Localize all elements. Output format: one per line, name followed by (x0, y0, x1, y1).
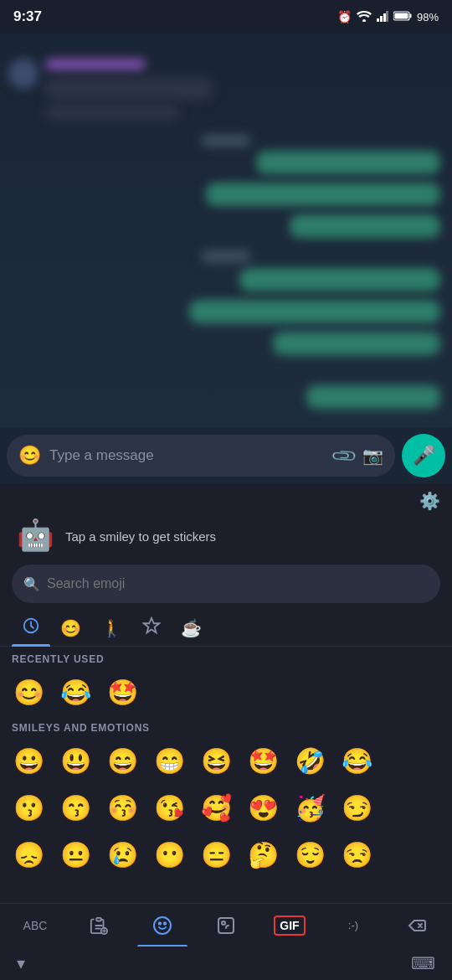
emoji-kiss-4[interactable]: 😘 (146, 786, 193, 829)
sticker-mascot-icon: 🤖 (17, 518, 54, 554)
emoji-think[interactable]: 🤔 (239, 833, 286, 876)
emoji-category-tabs: 😊 🚶 ☕ (0, 611, 452, 647)
bottom-bar: ▾ ⌨ (0, 946, 452, 980)
keyboard-toolbar: ABC GIF :-) (0, 903, 452, 946)
toolbar-emoji[interactable] (131, 904, 194, 947)
smileys-row-2: 😗 😙 😚 😘 🥰 😍 🥳 😏 (0, 784, 452, 831)
svg-rect-2 (380, 16, 383, 22)
search-icon: 🔍 (23, 576, 40, 592)
mic-icon: 🎤 (413, 445, 435, 467)
emoji-love-1[interactable]: 🥰 (193, 786, 239, 829)
sticker-hint-text: Tap a smiley to get stickers (65, 529, 216, 544)
toolbar-kaomoji[interactable]: :-) (321, 904, 385, 947)
toolbar-delete[interactable] (385, 904, 449, 947)
alarm-icon: ⏰ (337, 10, 352, 23)
emoji-smile-5[interactable]: 😆 (193, 739, 239, 782)
emoji-relieved[interactable]: 😌 (286, 833, 333, 876)
emoji-kiss-1[interactable]: 😗 (5, 786, 52, 829)
emoji-search-bar[interactable]: 🔍 (12, 565, 440, 603)
status-bar: 9:37 ⏰ 98% (0, 0, 452, 34)
toolbar-clipboard[interactable] (67, 904, 131, 947)
emoji-smirk[interactable]: 😏 (333, 786, 380, 829)
message-bar: 😊 Type a message 📎 📷 🎤 (0, 427, 452, 484)
emoji-unamused[interactable]: 😒 (333, 833, 380, 876)
emoji-recent-2[interactable]: 😂 (52, 670, 99, 714)
status-time: 9:37 (13, 8, 42, 25)
tab-smileys[interactable]: 😊 (50, 613, 91, 645)
kaomoji-label: :-) (348, 919, 358, 931)
battery-icon (393, 10, 412, 23)
emoji-cry[interactable]: 😢 (99, 833, 146, 876)
emoji-expressionless[interactable]: 😑 (193, 833, 239, 876)
recently-used-row: 😊 😂 🤩 (0, 668, 452, 715)
emoji-kiss-3[interactable]: 😚 (99, 786, 146, 829)
svg-rect-4 (386, 11, 388, 22)
svg-rect-1 (377, 18, 379, 22)
svg-rect-3 (383, 13, 386, 22)
emoji-smile-3[interactable]: 😄 (99, 739, 146, 782)
gif-label: GIF (274, 916, 305, 936)
toolbar-abc[interactable]: ABC (3, 904, 67, 947)
tab-food[interactable]: ☕ (171, 613, 212, 645)
abc-label: ABC (23, 919, 48, 932)
svg-point-12 (154, 917, 171, 934)
attach-icon[interactable]: 📎 (329, 441, 358, 471)
emoji-party[interactable]: 🥳 (286, 786, 333, 829)
status-icons: ⏰ 98% (337, 10, 439, 24)
back-chevron-icon[interactable]: ▾ (17, 953, 25, 973)
emoji-smile-1[interactable]: 😀 (5, 739, 52, 782)
battery-percent: 98% (417, 11, 439, 23)
settings-icon[interactable]: ⚙️ (419, 491, 440, 511)
svg-point-14 (164, 922, 166, 924)
svg-rect-6 (409, 14, 411, 18)
panel-settings-row: ⚙️ (0, 484, 452, 511)
tab-activities[interactable] (132, 611, 171, 646)
emoji-smile-6[interactable]: 🤩 (239, 739, 286, 782)
mic-button[interactable]: 🎤 (402, 434, 445, 477)
emoji-smile-2[interactable]: 😃 (52, 739, 99, 782)
recently-used-label: RECENTLY USED (0, 647, 452, 668)
svg-rect-7 (394, 13, 408, 19)
svg-marker-9 (144, 618, 159, 632)
emoji-search-input[interactable] (47, 576, 429, 591)
sticker-hint: 🤖 Tap a smiley to get stickers (0, 511, 452, 565)
wifi-icon (357, 10, 372, 24)
emoji-neutral[interactable]: 😐 (52, 833, 99, 876)
emoji-kiss-2[interactable]: 😙 (52, 786, 99, 829)
emoji-smile-4[interactable]: 😁 (146, 739, 193, 782)
smileys-row-1: 😀 😃 😄 😁 😆 🤩 🤣 😂 (0, 737, 452, 784)
camera-icon[interactable]: 📷 (362, 446, 383, 466)
svg-point-16 (222, 921, 225, 925)
tab-recent[interactable] (12, 611, 50, 646)
smileys-row-3: 😞 😐 😢 😶 😑 🤔 😌 😒 (0, 831, 452, 878)
emoji-no-mouth[interactable]: 😶 (146, 833, 193, 876)
emoji-sad-1[interactable]: 😞 (5, 833, 52, 876)
message-input-wrap[interactable]: 😊 Type a message 📎 📷 (7, 435, 395, 477)
smileys-label: SMILEYS AND EMOTIONS (0, 715, 452, 737)
emoji-smile-7[interactable]: 🤣 (286, 739, 333, 782)
toolbar-stickers[interactable] (194, 904, 258, 947)
emoji-smile-8[interactable]: 😂 (333, 739, 380, 782)
toolbar-gifs[interactable]: GIF (258, 904, 321, 947)
keyboard-icon[interactable]: ⌨ (411, 953, 435, 973)
signal-icon (377, 10, 388, 24)
chat-area (0, 34, 452, 444)
tab-people[interactable]: 🚶 (91, 613, 132, 645)
emoji-toggle-icon[interactable]: 😊 (18, 445, 41, 467)
message-placeholder[interactable]: Type a message (49, 447, 325, 464)
svg-point-13 (159, 922, 161, 924)
emoji-love-2[interactable]: 😍 (239, 786, 286, 829)
svg-point-0 (362, 19, 366, 22)
emoji-recent-1[interactable]: 😊 (5, 670, 52, 714)
emoji-recent-3[interactable]: 🤩 (99, 670, 146, 714)
